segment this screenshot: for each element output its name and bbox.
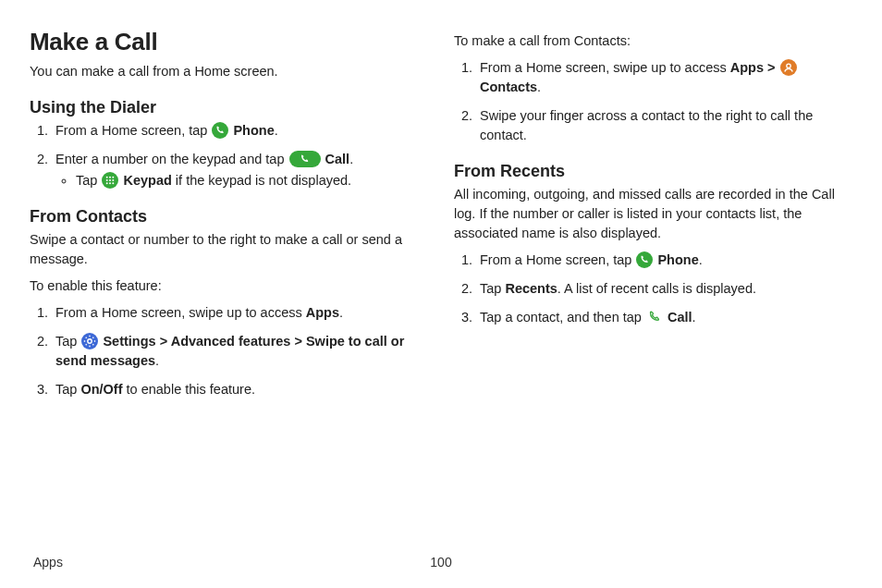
contacts-intro: Swipe a contact or number to the right t… [30, 230, 428, 269]
text: From a Home screen, swipe up to access [480, 60, 730, 75]
keypad-label: Keypad [123, 173, 171, 188]
page-title: Make a Call [30, 28, 428, 56]
right-lead: To make a call from Contacts: [454, 31, 852, 51]
onoff-label: On/Off [80, 382, 122, 397]
manual-page: Make a Call You can make a call from a H… [0, 0, 882, 588]
text: Swipe your finger across a contact to th… [480, 108, 813, 142]
list-item: From a Home screen, swipe up to access A… [476, 58, 852, 97]
call-label: Call [668, 310, 692, 325]
svg-point-0 [212, 122, 228, 139]
apps-label: Apps [730, 60, 764, 75]
columns: Make a Call You can make a call from a H… [30, 28, 852, 409]
dialer-substeps: Tap Keypad if the keypad is not displaye… [55, 171, 428, 190]
settings-icon [81, 333, 98, 349]
list-item: Swipe your finger across a contact to th… [476, 106, 852, 145]
list-item: Tap Keypad if the keypad is not displaye… [76, 171, 428, 190]
phone-label: Phone [233, 123, 274, 138]
phone-icon [636, 251, 653, 268]
text: Tap [55, 334, 80, 349]
svg-point-10 [109, 182, 111, 184]
apps-label: Apps [306, 305, 339, 320]
svg-point-3 [106, 177, 108, 178]
contacts-enable: To enable this feature: [30, 276, 428, 296]
list-item: From a Home screen, tap Phone. [52, 121, 428, 141]
text: . [699, 252, 703, 267]
contacts-heading: From Contacts [30, 207, 428, 227]
dialer-heading: Using the Dialer [30, 98, 428, 117]
right-column: To make a call from Contacts: From a Hom… [454, 28, 852, 409]
svg-point-8 [113, 179, 115, 181]
page-footer: Apps 100 [0, 555, 882, 570]
contacts-steps: From a Home screen, swipe up to access A… [30, 303, 428, 399]
dialer-steps: From a Home screen, tap Phone. Enter a n… [30, 121, 428, 190]
text: . A list of recent calls is displayed. [557, 281, 756, 296]
text: Tap a contact, and then tap [480, 310, 645, 325]
svg-point-9 [106, 182, 108, 184]
svg-point-6 [106, 179, 108, 181]
advanced-features-label: Advanced features [171, 334, 291, 349]
phone-icon [212, 122, 228, 139]
text: if the keypad is not displayed. [172, 173, 351, 188]
list-item: Enter a number on the keypad and tap Cal… [52, 150, 428, 190]
text: Tap [76, 173, 101, 188]
text: From a Home screen, tap [480, 252, 635, 267]
text: Tap [55, 382, 80, 397]
contacts-label: Contacts [480, 80, 537, 94]
list-item: From a Home screen, tap Phone. [476, 251, 852, 270]
text: . [275, 123, 278, 138]
svg-point-16 [636, 251, 653, 268]
list-item: Tap Recents. A list of recent calls is d… [476, 279, 852, 299]
text: . [692, 310, 696, 325]
intro-text: You can make a call from a Home screen. [30, 62, 428, 81]
text: . [537, 80, 541, 94]
arrow: > [290, 334, 306, 349]
svg-point-4 [109, 177, 111, 178]
footer-section: Apps [33, 555, 63, 570]
keypad-icon [102, 172, 118, 189]
svg-point-12 [81, 333, 98, 349]
list-item: Tap a contact, and then tap Call. [476, 308, 852, 327]
text: From a Home screen, tap [55, 123, 211, 138]
recents-intro: All incoming, outgoing, and missed calls… [454, 185, 852, 243]
text: . [155, 353, 159, 368]
svg-rect-1 [289, 151, 321, 167]
phone-label: Phone [657, 252, 698, 267]
recents-label: Recents [505, 281, 557, 296]
call-icon [646, 309, 663, 325]
call-label: Call [325, 152, 350, 166]
text: . [339, 305, 343, 320]
svg-point-11 [113, 182, 115, 184]
text: Tap [480, 281, 505, 296]
footer-spacer [63, 555, 849, 570]
call-button-icon [289, 151, 321, 167]
svg-point-7 [109, 179, 111, 181]
settings-label: Settings [103, 334, 155, 349]
svg-point-5 [113, 177, 115, 178]
recents-heading: From Recents [454, 162, 852, 181]
page-number: 100 [430, 555, 451, 570]
text: to enable this feature. [123, 382, 256, 397]
arrow: > [764, 60, 779, 75]
left-column: Make a Call You can make a call from a H… [30, 28, 428, 409]
arrow: > [156, 334, 171, 349]
text: . [349, 152, 353, 166]
list-item: Tap Settings > Advanced features > Swipe… [52, 332, 428, 371]
list-item: From a Home screen, swipe up to access A… [52, 303, 428, 323]
text: Enter a number on the keypad and tap [55, 152, 288, 166]
contacts-call-steps: From a Home screen, swipe up to access A… [454, 58, 852, 145]
recents-steps: From a Home screen, tap Phone. Tap Recen… [454, 251, 852, 327]
text: From a Home screen, swipe up to access [55, 305, 306, 320]
contacts-icon [780, 59, 797, 76]
list-item: Tap On/Off to enable this feature. [52, 380, 428, 399]
